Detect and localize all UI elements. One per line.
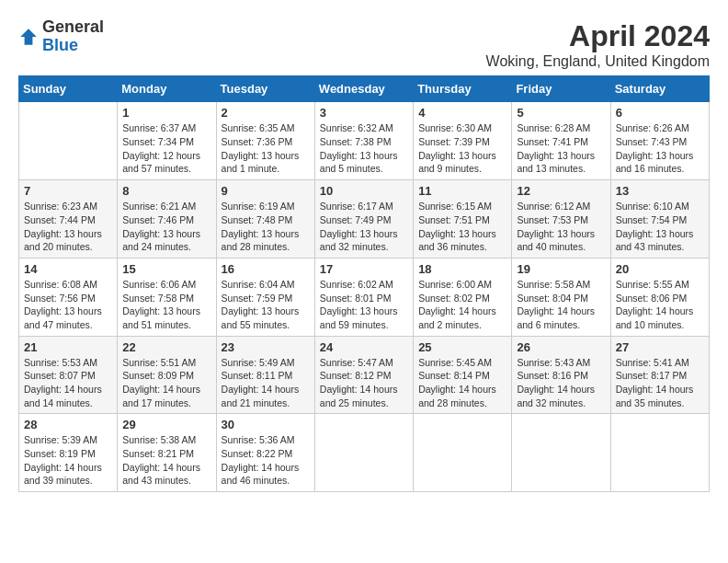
day-number: 9 <box>222 184 310 198</box>
day-detail: Sunrise: 6:23 AMSunset: 7:44 PMDaylight:… <box>24 200 112 254</box>
calendar-cell: 11Sunrise: 6:15 AMSunset: 7:51 PMDayligh… <box>414 180 512 259</box>
calendar-header-tuesday: Tuesday <box>216 76 314 102</box>
day-number: 22 <box>122 340 210 354</box>
calendar-header-sunday: Sunday <box>19 76 118 102</box>
calendar-cell: 6Sunrise: 6:26 AMSunset: 7:43 PMDaylight… <box>610 102 709 180</box>
day-detail: Sunrise: 6:19 AMSunset: 7:48 PMDaylight:… <box>222 200 310 254</box>
page-subtitle: Woking, England, United Kingdom <box>486 53 710 70</box>
logo: General Blue <box>18 18 104 55</box>
day-number: 3 <box>320 106 408 120</box>
calendar-cell: 15Sunrise: 6:06 AMSunset: 7:58 PMDayligh… <box>118 258 216 336</box>
day-detail: Sunrise: 5:53 AMSunset: 8:07 PMDaylight:… <box>24 356 112 410</box>
calendar-week-2: 7Sunrise: 6:23 AMSunset: 7:44 PMDaylight… <box>19 180 710 259</box>
page-title: April 2024 <box>486 18 710 53</box>
day-number: 13 <box>616 184 704 198</box>
calendar-cell: 12Sunrise: 6:12 AMSunset: 7:53 PMDayligh… <box>512 180 610 259</box>
calendar-week-1: 1Sunrise: 6:37 AMSunset: 7:34 PMDaylight… <box>19 102 710 180</box>
calendar-cell: 4Sunrise: 6:30 AMSunset: 7:39 PMDaylight… <box>414 102 512 180</box>
calendar-header-thursday: Thursday <box>414 76 512 102</box>
day-detail: Sunrise: 6:00 AMSunset: 8:02 PMDaylight:… <box>418 278 506 332</box>
day-detail: Sunrise: 5:39 AMSunset: 8:19 PMDaylight:… <box>24 433 112 488</box>
day-number: 11 <box>418 184 506 198</box>
calendar-week-4: 21Sunrise: 5:53 AMSunset: 8:07 PMDayligh… <box>19 336 710 414</box>
day-number: 25 <box>418 340 506 354</box>
calendar-cell: 3Sunrise: 6:32 AMSunset: 7:38 PMDaylight… <box>314 102 413 180</box>
calendar-table: SundayMondayTuesdayWednesdayThursdayFrid… <box>18 75 710 492</box>
calendar-header-wednesday: Wednesday <box>314 76 413 102</box>
day-number: 21 <box>24 340 112 354</box>
day-detail: Sunrise: 6:12 AMSunset: 7:53 PMDaylight:… <box>517 200 605 254</box>
calendar-header-monday: Monday <box>118 76 216 102</box>
calendar-cell: 27Sunrise: 5:41 AMSunset: 8:17 PMDayligh… <box>610 336 709 414</box>
day-number: 23 <box>222 340 310 354</box>
calendar-cell: 14Sunrise: 6:08 AMSunset: 7:56 PMDayligh… <box>19 258 118 336</box>
day-number: 15 <box>122 262 210 276</box>
day-number: 18 <box>418 262 506 276</box>
day-detail: Sunrise: 5:49 AMSunset: 8:11 PMDaylight:… <box>222 356 310 410</box>
logo-icon <box>18 27 39 47</box>
calendar-cell <box>414 414 512 492</box>
day-detail: Sunrise: 5:55 AMSunset: 8:06 PMDaylight:… <box>616 278 704 332</box>
day-detail: Sunrise: 6:32 AMSunset: 7:38 PMDaylight:… <box>320 121 408 176</box>
day-number: 30 <box>222 418 310 431</box>
calendar-header-friday: Friday <box>512 76 610 102</box>
day-detail: Sunrise: 6:21 AMSunset: 7:46 PMDaylight:… <box>122 200 210 254</box>
day-number: 24 <box>320 340 408 354</box>
day-detail: Sunrise: 6:37 AMSunset: 7:34 PMDaylight:… <box>122 121 210 176</box>
day-detail: Sunrise: 5:43 AMSunset: 8:16 PMDaylight:… <box>517 356 605 410</box>
calendar-cell: 28Sunrise: 5:39 AMSunset: 8:19 PMDayligh… <box>19 414 118 492</box>
day-number: 7 <box>24 184 112 198</box>
day-detail: Sunrise: 6:28 AMSunset: 7:41 PMDaylight:… <box>517 121 605 176</box>
calendar-cell: 21Sunrise: 5:53 AMSunset: 8:07 PMDayligh… <box>19 336 118 414</box>
day-detail: Sunrise: 6:30 AMSunset: 7:39 PMDaylight:… <box>418 121 506 176</box>
calendar-cell: 29Sunrise: 5:38 AMSunset: 8:21 PMDayligh… <box>118 414 216 492</box>
day-number: 27 <box>616 340 704 354</box>
day-detail: Sunrise: 6:17 AMSunset: 7:49 PMDaylight:… <box>320 200 408 254</box>
day-number: 6 <box>616 106 704 120</box>
calendar-cell <box>314 414 413 492</box>
day-detail: Sunrise: 6:10 AMSunset: 7:54 PMDaylight:… <box>616 200 704 254</box>
day-detail: Sunrise: 5:36 AMSunset: 8:22 PMDaylight:… <box>222 433 310 488</box>
day-detail: Sunrise: 6:08 AMSunset: 7:56 PMDaylight:… <box>24 278 112 332</box>
day-detail: Sunrise: 6:35 AMSunset: 7:36 PMDaylight:… <box>222 121 310 176</box>
title-area: April 2024 Woking, England, United Kingd… <box>486 18 710 70</box>
logo-general-text: General <box>42 18 104 37</box>
calendar-cell: 17Sunrise: 6:02 AMSunset: 8:01 PMDayligh… <box>314 258 413 336</box>
day-detail: Sunrise: 6:04 AMSunset: 7:59 PMDaylight:… <box>222 278 310 332</box>
calendar-body: 1Sunrise: 6:37 AMSunset: 7:34 PMDaylight… <box>19 102 710 492</box>
day-detail: Sunrise: 6:15 AMSunset: 7:51 PMDaylight:… <box>418 200 506 254</box>
day-number: 29 <box>122 418 210 431</box>
calendar-cell: 25Sunrise: 5:45 AMSunset: 8:14 PMDayligh… <box>414 336 512 414</box>
day-detail: Sunrise: 5:45 AMSunset: 8:14 PMDaylight:… <box>418 356 506 410</box>
calendar-cell: 8Sunrise: 6:21 AMSunset: 7:46 PMDaylight… <box>118 180 216 259</box>
day-number: 28 <box>24 418 112 431</box>
day-detail: Sunrise: 5:58 AMSunset: 8:04 PMDaylight:… <box>517 278 605 332</box>
calendar-cell: 7Sunrise: 6:23 AMSunset: 7:44 PMDaylight… <box>19 180 118 259</box>
calendar-cell: 10Sunrise: 6:17 AMSunset: 7:49 PMDayligh… <box>314 180 413 259</box>
day-number: 4 <box>418 106 506 120</box>
day-number: 2 <box>222 106 310 120</box>
day-number: 14 <box>24 262 112 276</box>
calendar-cell <box>19 102 118 180</box>
day-detail: Sunrise: 5:47 AMSunset: 8:12 PMDaylight:… <box>320 356 408 410</box>
calendar-cell: 16Sunrise: 6:04 AMSunset: 7:59 PMDayligh… <box>216 258 314 336</box>
day-number: 19 <box>517 262 605 276</box>
calendar-cell: 26Sunrise: 5:43 AMSunset: 8:16 PMDayligh… <box>512 336 610 414</box>
calendar-cell: 9Sunrise: 6:19 AMSunset: 7:48 PMDaylight… <box>216 180 314 259</box>
day-number: 8 <box>122 184 210 198</box>
day-number: 20 <box>616 262 704 276</box>
day-number: 1 <box>122 106 210 120</box>
calendar-header-row: SundayMondayTuesdayWednesdayThursdayFrid… <box>19 76 710 102</box>
day-detail: Sunrise: 5:38 AMSunset: 8:21 PMDaylight:… <box>122 433 210 488</box>
calendar-week-5: 28Sunrise: 5:39 AMSunset: 8:19 PMDayligh… <box>19 414 710 492</box>
day-detail: Sunrise: 5:51 AMSunset: 8:09 PMDaylight:… <box>122 356 210 410</box>
day-detail: Sunrise: 6:02 AMSunset: 8:01 PMDaylight:… <box>320 278 408 332</box>
calendar-cell: 22Sunrise: 5:51 AMSunset: 8:09 PMDayligh… <box>118 336 216 414</box>
day-number: 12 <box>517 184 605 198</box>
svg-marker-0 <box>20 29 37 45</box>
calendar-cell: 2Sunrise: 6:35 AMSunset: 7:36 PMDaylight… <box>216 102 314 180</box>
calendar-week-3: 14Sunrise: 6:08 AMSunset: 7:56 PMDayligh… <box>19 258 710 336</box>
calendar-cell: 24Sunrise: 5:47 AMSunset: 8:12 PMDayligh… <box>314 336 413 414</box>
calendar-cell <box>610 414 709 492</box>
calendar-header-saturday: Saturday <box>610 76 709 102</box>
